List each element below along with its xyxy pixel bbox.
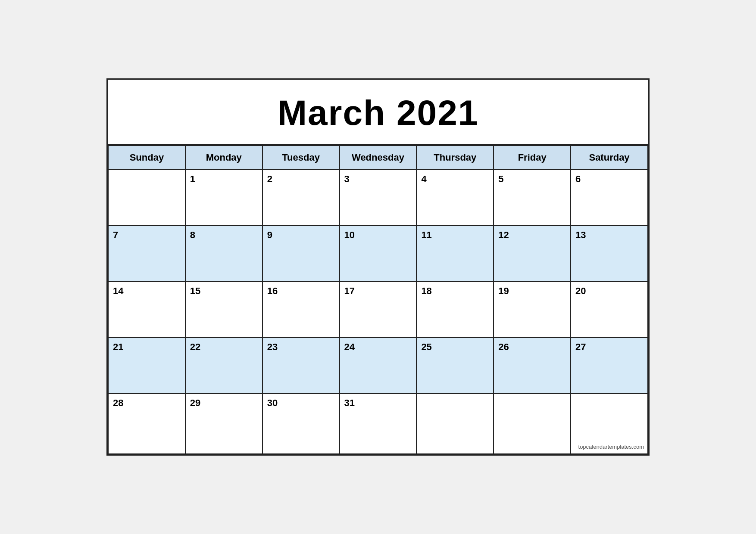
day-wednesday: Wednesday: [340, 146, 417, 170]
day-number: 1: [190, 174, 195, 184]
day-number: 16: [267, 286, 278, 296]
day-number: 31: [344, 397, 355, 408]
calendar-day-cell: 2: [262, 170, 340, 226]
day-number: 15: [190, 286, 200, 296]
day-number: 13: [575, 230, 586, 240]
calendar-day-cell: 10: [340, 226, 417, 282]
calendar-day-cell: 8: [185, 226, 262, 282]
day-number: 23: [267, 342, 278, 352]
calendar-day-cell: 13: [571, 226, 648, 282]
day-number: 12: [498, 230, 509, 240]
calendar-day-cell: [108, 170, 185, 226]
day-thursday: Thursday: [416, 146, 494, 170]
day-number: 10: [344, 230, 355, 240]
day-number: 27: [575, 342, 586, 352]
calendar-day-cell: 24: [340, 338, 417, 394]
calendar-day-cell: 18: [416, 282, 494, 338]
calendar-day-cell: 11: [416, 226, 494, 282]
calendar-week-row: 78910111213: [108, 226, 648, 282]
calendar-day-cell: 5: [494, 170, 571, 226]
calendar-day-cell: 26: [494, 338, 571, 394]
day-number: 26: [498, 342, 509, 352]
day-number: 30: [267, 397, 278, 408]
calendar-day-cell: 29: [185, 394, 262, 454]
day-number: 11: [421, 230, 431, 240]
calendar-day-cell: 31: [340, 394, 417, 454]
day-friday: Friday: [494, 146, 571, 170]
calendar-day-cell: 27: [571, 338, 648, 394]
day-number: 7: [113, 230, 118, 240]
day-number: 5: [498, 174, 503, 184]
calendar-day-cell: 1: [185, 170, 262, 226]
day-number: 6: [575, 174, 581, 184]
day-number: 21: [113, 342, 123, 352]
calendar-day-cell: 28: [108, 394, 185, 454]
calendar-day-cell: 12: [494, 226, 571, 282]
day-number: 29: [190, 397, 200, 408]
calendar-week-row: 28293031topcalendartemplates.com: [108, 394, 648, 454]
calendar-day-cell: 16: [262, 282, 340, 338]
day-number: 22: [190, 342, 200, 352]
calendar-day-cell: 22: [185, 338, 262, 394]
calendar-grid: Sunday Monday Tuesday Wednesday Thursday…: [108, 145, 648, 454]
day-number: 9: [267, 230, 272, 240]
day-number: 19: [498, 286, 509, 296]
day-number: 20: [575, 286, 586, 296]
day-number: 3: [344, 174, 350, 184]
calendar-container: March 2021 Sunday Monday Tuesday Wednesd…: [106, 78, 650, 456]
day-number: 8: [190, 230, 195, 240]
calendar-title: March 2021: [116, 93, 640, 133]
day-number: 17: [344, 286, 355, 296]
calendar-day-cell: [494, 394, 571, 454]
day-number: 18: [421, 286, 431, 296]
day-monday: Monday: [185, 146, 262, 170]
days-of-week-row: Sunday Monday Tuesday Wednesday Thursday…: [108, 146, 648, 170]
calendar-day-cell: 4: [416, 170, 494, 226]
calendar-header: March 2021: [108, 80, 648, 145]
watermark-text: topcalendartemplates.com: [578, 444, 644, 450]
calendar-day-cell: 6: [571, 170, 648, 226]
calendar-day-cell: 25: [416, 338, 494, 394]
calendar-day-cell: 3: [340, 170, 417, 226]
calendar-week-row: 123456: [108, 170, 648, 226]
calendar-day-cell: 7: [108, 226, 185, 282]
day-sunday: Sunday: [108, 146, 185, 170]
calendar-day-cell: 17: [340, 282, 417, 338]
day-number: 14: [113, 286, 123, 296]
calendar-day-cell: 23: [262, 338, 340, 394]
day-number: 25: [421, 342, 431, 352]
day-saturday: Saturday: [571, 146, 648, 170]
calendar-day-cell: 30: [262, 394, 340, 454]
calendar-day-cell: 14: [108, 282, 185, 338]
day-number: 4: [421, 174, 426, 184]
calendar-day-cell: 15: [185, 282, 262, 338]
calendar-day-cell: 19: [494, 282, 571, 338]
day-number: 28: [113, 397, 123, 408]
calendar-day-cell: topcalendartemplates.com: [571, 394, 648, 454]
day-number: 24: [344, 342, 355, 352]
calendar-day-cell: 21: [108, 338, 185, 394]
calendar-day-cell: 9: [262, 226, 340, 282]
calendar-day-cell: 20: [571, 282, 648, 338]
calendar-day-cell: [416, 394, 494, 454]
day-number: 2: [267, 174, 272, 184]
calendar-week-row: 14151617181920: [108, 282, 648, 338]
day-tuesday: Tuesday: [262, 146, 340, 170]
calendar-week-row: 21222324252627: [108, 338, 648, 394]
